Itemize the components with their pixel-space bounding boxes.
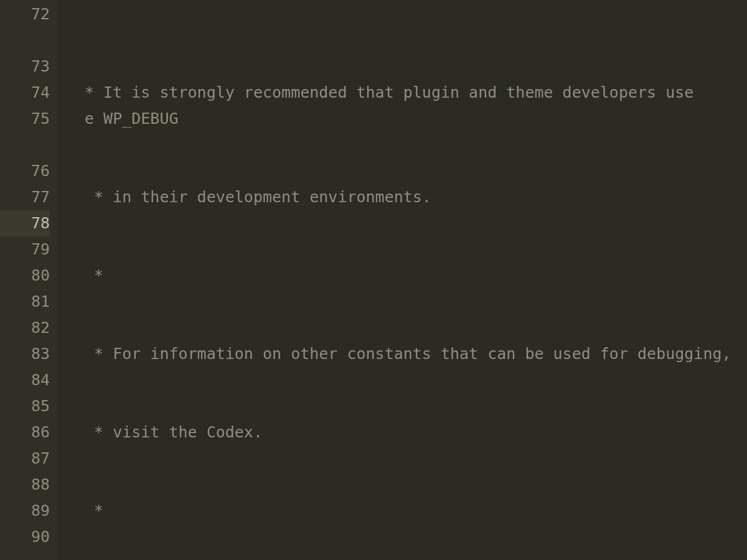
line-number-gutter: 72.737475.767778798081828384858687888990 bbox=[0, 0, 59, 560]
comment-text: * It is strongly recommended that plugin… bbox=[85, 83, 693, 101]
line-number: 73 bbox=[0, 54, 50, 80]
line-number: . bbox=[0, 132, 50, 158]
comment-text: * in their development environments. bbox=[85, 188, 431, 206]
line-number: 72 bbox=[0, 1, 50, 27]
line-number: 82 bbox=[0, 315, 50, 341]
line-number: 77 bbox=[0, 184, 50, 210]
line-number: 89 bbox=[0, 498, 50, 524]
line-number: 74 bbox=[0, 80, 50, 106]
comment-text: * For information on other constants tha… bbox=[85, 345, 731, 363]
code-line: * visit the Codex. bbox=[67, 419, 747, 446]
comment-text: * visit the Codex. bbox=[85, 423, 263, 441]
code-line: * It is strongly recommended that plugin… bbox=[67, 80, 747, 106]
line-number: 75 bbox=[0, 106, 50, 132]
line-number: 80 bbox=[0, 263, 50, 289]
comment-text: * bbox=[85, 502, 103, 520]
line-number: 83 bbox=[0, 341, 50, 367]
line-number: 86 bbox=[0, 419, 50, 446]
line-number: 79 bbox=[0, 236, 50, 263]
code-line: * in their development environments. bbox=[67, 184, 747, 210]
line-number: 81 bbox=[0, 289, 50, 315]
line-number: 90 bbox=[0, 524, 50, 550]
line-number: 88 bbox=[0, 472, 50, 498]
line-number: 76 bbox=[0, 158, 50, 184]
code-editor[interactable]: 72.737475.767778798081828384858687888990… bbox=[0, 0, 747, 560]
comment-text: * bbox=[85, 266, 103, 284]
code-line: * bbox=[67, 263, 747, 289]
line-number: 78 bbox=[0, 210, 50, 236]
code-line-wrap: e WP_DEBUG bbox=[67, 106, 747, 132]
line-number: . bbox=[0, 27, 50, 54]
code-line: * For information on other constants tha… bbox=[67, 341, 747, 367]
code-line: * bbox=[67, 498, 747, 524]
code-area[interactable]: * It is strongly recommended that plugin… bbox=[59, 0, 747, 560]
line-number: 87 bbox=[0, 446, 50, 472]
line-number: 84 bbox=[0, 367, 50, 393]
line-number: 85 bbox=[0, 393, 50, 419]
